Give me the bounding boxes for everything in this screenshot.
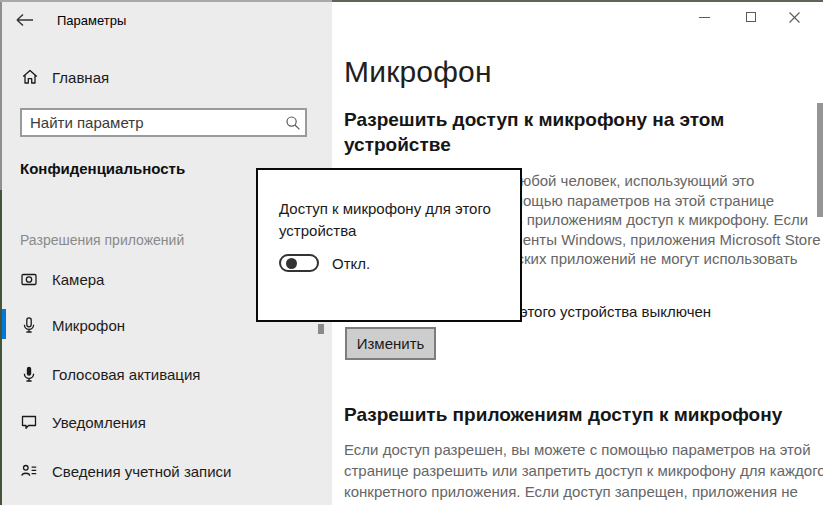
search-box [20,108,307,137]
minimize-button[interactable] [682,2,727,32]
mic-access-toggle[interactable] [279,254,319,272]
search-input[interactable] [22,114,281,131]
selected-item-accent-bar [2,309,6,339]
main-scrollbar-thumb[interactable] [817,103,823,217]
window-title: Параметры [57,13,126,28]
sidebar-item-label: Камера [52,271,104,288]
voice-activation-icon [19,364,39,384]
paragraph-line: конкретного приложения. Если доступ запр… [344,481,823,502]
sidebar-group-label: Разрешения приложений [20,232,184,248]
section2-paragraph: Если доступ разрешен, вы можете с помощь… [344,439,823,505]
section1-heading-line2: устройстве [344,132,774,157]
paragraph-line: странице разрешить или запретить доступ … [344,460,823,481]
settings-window: Параметры Главная Конфиденциальность Раз… [0,0,823,505]
sidebar-item-label: Сведения учетной записи [52,463,232,480]
toggle-knob-icon [286,258,297,269]
sidebar-item-home[interactable]: Главная [2,64,332,94]
search-icon[interactable] [281,114,305,132]
notifications-icon [19,412,39,432]
flyout-message-line: Доступ к микрофону для этого [279,198,491,220]
toggle-state-label: Откл. [332,255,370,272]
sidebar-item-notifications[interactable]: Уведомления [2,408,332,438]
close-icon [789,12,800,23]
section1-heading: Разрешить доступ к микрофону на этом уст… [344,107,774,157]
section2-heading: Разрешить приложениям доступ к микрофону [344,402,782,427]
change-button[interactable]: Изменить [345,327,436,360]
back-button[interactable] [14,10,40,32]
microphone-icon [19,315,39,335]
account-info-icon [19,461,39,481]
sidebar-item-label: Микрофон [52,317,125,334]
sidebar-home-label: Главная [52,69,109,86]
close-button[interactable] [772,2,817,32]
flyout-message: Доступ к микрофону для этого устройства [279,198,491,242]
mic-access-flyout: Доступ к микрофону для этого устройства … [256,168,522,322]
minimize-icon [699,17,710,18]
flyout-message-line: устройства [279,220,491,242]
arrow-left-icon [14,10,36,30]
maximize-icon [746,12,756,22]
sidebar-item-account-info[interactable]: Сведения учетной записи [2,457,332,487]
sidebar-section-title: Конфиденциальность [20,160,185,177]
section1-heading-line1: Разрешить доступ к микрофону на этом [344,107,774,132]
mic-access-toggle-row: Откл. [279,254,370,272]
home-icon [20,67,40,87]
sidebar-item-voice-activation[interactable]: Голосовая активация [2,360,332,390]
paragraph-line: Если доступ разрешен, вы можете с помощь… [344,439,823,460]
camera-icon [19,269,39,289]
sidebar-scrollbar-thumb[interactable] [318,324,324,334]
sidebar-item-label: Уведомления [52,414,146,431]
sidebar-item-label: Голосовая активация [52,366,200,383]
page-title: Микрофон [344,55,492,89]
maximize-button[interactable] [728,2,773,32]
